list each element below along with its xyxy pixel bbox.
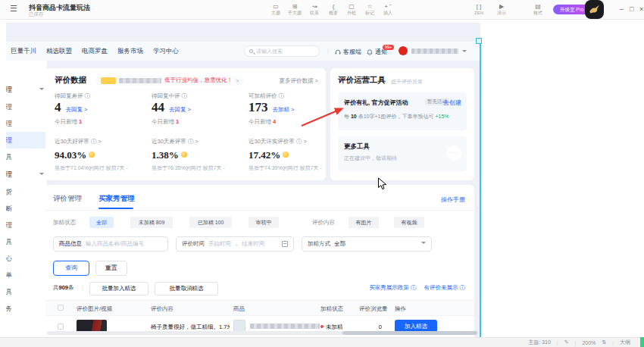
nav-lianmeng[interactable]: 精选联盟 bbox=[46, 47, 72, 56]
batch-cancel-button[interactable]: 批量取消精选 bbox=[155, 282, 218, 295]
shop-avatar[interactable] bbox=[399, 46, 408, 55]
service-entry[interactable]: 客服端 bbox=[335, 48, 361, 56]
toolbar-boundary-button[interactable]: ▢ 外框 bbox=[342, 3, 361, 16]
review-data-title: 评价数据 bbox=[55, 75, 86, 86]
more-tools-card[interactable]: 更多工具 正在建设中，敬请期待 ··· bbox=[338, 136, 467, 171]
scrollbar-thumb[interactable] bbox=[342, 331, 477, 335]
headset-icon bbox=[335, 49, 341, 55]
shop-chevron-down-icon[interactable] bbox=[462, 50, 467, 55]
horizontal-scrollbar[interactable] bbox=[47, 331, 477, 335]
create-promo-link[interactable]: 去创建 bbox=[443, 98, 461, 107]
feature-mode-select[interactable]: 加精方式 全部 bbox=[302, 236, 432, 252]
sidebar-item-logistics-service[interactable]: 物流服务 bbox=[6, 300, 47, 317]
rate-good-30d[interactable]: 近30天好评率 ⓘ > 94.03% 落后于71.04%的同行 较前7天 - bbox=[55, 138, 148, 172]
nav-luopan[interactable]: 电商罗盘 bbox=[82, 47, 108, 56]
sidebar-group-shipping[interactable]: 发货管理 bbox=[6, 165, 47, 183]
chip-featured[interactable]: 已加精 100 bbox=[189, 217, 232, 228]
window-maximize-button[interactable]: □ bbox=[630, 5, 633, 13]
select-all-checkbox[interactable] bbox=[58, 305, 64, 311]
nav-market[interactable]: 服务市场 bbox=[117, 47, 143, 56]
window-minimize-button[interactable]: – bbox=[620, 5, 624, 13]
promo-title: 评价有礼, 官方促评活动 bbox=[344, 98, 408, 107]
save-status: 已保存 bbox=[29, 11, 44, 18]
shop-search-box[interactable] bbox=[244, 45, 320, 57]
toolbar-relationship-button[interactable]: ↝ 联系 bbox=[305, 3, 324, 16]
toolbar-topic-button[interactable]: ▭ 主题 bbox=[267, 3, 285, 16]
chip-has-video[interactable]: 有视频 bbox=[394, 217, 424, 228]
subtopic-icon: ⊞ bbox=[286, 3, 304, 10]
toolbar-subtopic-button[interactable]: ⊞ 子主题 bbox=[286, 3, 304, 16]
review-tools-title: 评价运营工具 bbox=[338, 75, 386, 86]
search-input[interactable] bbox=[256, 48, 309, 54]
chip-not-featured[interactable]: 未加精 809 bbox=[130, 217, 173, 228]
shop-topnav: 巨量千川 精选联盟 电商罗盘 服务市场 学习中心 | 客服端 通知 bbox=[6, 42, 480, 61]
rate-detailed-30d[interactable]: 近30天详实评价率 ⓘ > 17.42% 落后于74.39%的同行 较前7天 - bbox=[249, 138, 342, 172]
chip-reviewing[interactable]: 审核中 bbox=[249, 217, 279, 228]
sidebar-item-review-manage[interactable]: 评价管理 bbox=[6, 132, 47, 148]
sidebar-item-logistics-tools[interactable]: 物流工具 bbox=[6, 283, 47, 300]
sidebar-item-review-tools[interactable]: 评价工具 bbox=[6, 148, 47, 165]
reset-button[interactable]: 重置 bbox=[95, 261, 127, 276]
sidebar-item-aftersale[interactable]: 售后管理 bbox=[6, 115, 47, 132]
relationship-icon: ↝ bbox=[305, 3, 324, 10]
row-checkbox[interactable] bbox=[58, 324, 64, 330]
toolbar-present-button[interactable]: ▶ 演示 bbox=[492, 3, 511, 16]
review-data-alert[interactable]: 低于行业均值，急需优化！ > bbox=[95, 75, 244, 86]
sidebar-item-logistics-diagnose[interactable]: 物流诊断 bbox=[6, 200, 47, 217]
tab-divider bbox=[45, 210, 474, 211]
sidebar-group-order[interactable]: 订单管理 bbox=[6, 80, 47, 98]
sidebar-item-order-ship[interactable]: 订单发货 bbox=[6, 183, 47, 200]
tab-buyer-show[interactable]: 买家秀管理 bbox=[98, 194, 135, 204]
marker-icon: ☆ bbox=[361, 3, 379, 10]
tab-review-manage[interactable]: 评价管理 bbox=[53, 194, 82, 204]
manual-link[interactable]: 操作手册 bbox=[441, 195, 465, 204]
toolbar-zen-button[interactable]: [ ] ZEN bbox=[470, 3, 488, 16]
zen-mode-icon: [ ] bbox=[470, 3, 488, 10]
rate-bad-30d[interactable]: 近30天差评率 ⓘ > 1.38% 落后于76.35%的同行 较前7天 - bbox=[152, 138, 245, 172]
sidebar-item-ship-manage[interactable]: 发货管理 bbox=[6, 217, 47, 233]
sidebar-item-order-manage[interactable]: 订单管理 bbox=[6, 98, 47, 115]
sidebar-item-freight-tools[interactable]: 货运工具 bbox=[6, 233, 47, 250]
medal-icon bbox=[283, 152, 289, 158]
hamburger-menu-icon[interactable]: ☰ bbox=[10, 4, 17, 14]
nav-learn[interactable]: 学习中心 bbox=[153, 47, 179, 56]
unshown-review-link[interactable]: 有评价未展示 ⓘ bbox=[424, 284, 465, 292]
product-search-field[interactable]: 商品信息 输入商品名称/商品编号 bbox=[53, 236, 168, 252]
sidebar-item-service-center[interactable]: 服务中心 bbox=[6, 250, 47, 267]
chip-all[interactable]: 全部 bbox=[89, 217, 114, 228]
xmind-logo bbox=[585, 0, 604, 19]
nav-qianchuan[interactable]: 巨量千川 bbox=[11, 47, 36, 56]
promo-card[interactable]: 评价有礼, 官方促评活动 暂无活动 去创建 每 10 条10字+1图评价，下单率… bbox=[338, 92, 467, 130]
toolbar-summary-button[interactable]: { 概要 bbox=[324, 3, 342, 16]
batch-add-button[interactable]: 批量加入精选 bbox=[89, 282, 148, 295]
col-views: 评价浏览量 bbox=[359, 305, 388, 313]
toolbar-insert-button[interactable]: + ˇ 插入 bbox=[379, 3, 397, 16]
go-reply-link[interactable]: 去回复 > bbox=[169, 106, 191, 113]
calendar-icon bbox=[282, 241, 288, 247]
outline-button[interactable]: 大纲 bbox=[620, 339, 630, 346]
status-dot-icon bbox=[320, 325, 324, 328]
toolbar-marker-button[interactable]: ☆ 标记 bbox=[361, 3, 379, 16]
product-thumbnail bbox=[233, 320, 245, 332]
sidebar-item-ewaybill[interactable]: 电子面单 bbox=[6, 267, 47, 283]
query-button[interactable]: 查询 bbox=[53, 261, 89, 276]
chip-has-image[interactable]: 有图片 bbox=[349, 217, 379, 228]
screenshot-canvas-image[interactable]: 巨量千川 精选联盟 电商罗盘 服务市场 学习中心 | 客服端 通知 bbox=[6, 23, 480, 337]
more-review-data-link[interactable]: 更多评价数据 > bbox=[280, 77, 318, 85]
review-data-card: 评价数据 低于行业均值，急需优化！ > 更多评价数据 > 待回复差评 ⓘ 4去回… bbox=[45, 68, 326, 180]
selection-handle[interactable] bbox=[476, 38, 482, 44]
zoom-stepper-icon[interactable]: ⇅ bbox=[602, 339, 606, 345]
more-tools-desc: 正在建设中，敬请期待 bbox=[344, 155, 397, 162]
toolbar-format-button[interactable]: ▤ 格式 bbox=[529, 3, 547, 16]
sidebar: 订单 订单管理 订单管理 售后管理 评价管理 评价工具 发货管理 订单发货 物流… bbox=[6, 61, 47, 337]
zoom-level[interactable]: 200% bbox=[582, 340, 596, 345]
col-action: 操作 bbox=[395, 305, 406, 313]
go-reply-link[interactable]: 去回复 > bbox=[66, 106, 88, 113]
stat-mid-review: 待回复中评 ⓘ 44去回复 > 今日新增 1 bbox=[152, 92, 245, 126]
time-range-field[interactable]: 评价时间 开始时间 – 结束时间 bbox=[176, 236, 294, 252]
show-policy-link[interactable]: 买家秀展示政策 ⓘ bbox=[369, 284, 416, 292]
format-icon: ▤ bbox=[529, 3, 547, 10]
window-close-button[interactable]: × bbox=[639, 5, 643, 13]
pencil-icon[interactable]: ✎ bbox=[564, 339, 569, 345]
go-feature-link[interactable]: 去加精 > bbox=[273, 106, 295, 113]
